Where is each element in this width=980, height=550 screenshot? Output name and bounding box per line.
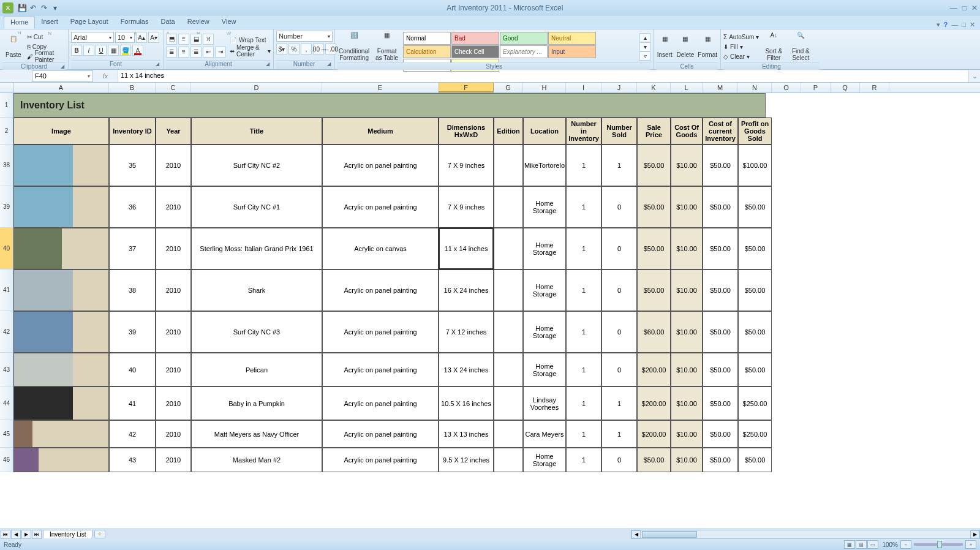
align-center-button[interactable]: ≡	[178, 47, 189, 58]
col-header-O[interactable]: O	[772, 83, 801, 92]
cell-style-neutral[interactable]: Neutral	[548, 32, 596, 45]
col-header-L[interactable]: L	[671, 83, 703, 92]
find-select-button[interactable]: 🔍Find & Select	[788, 31, 813, 62]
name-box[interactable]: F40▾	[32, 70, 93, 82]
font-color-button[interactable]: A	[132, 45, 143, 56]
merge-center-button[interactable]: ⬌ Merge & Center ▾	[230, 47, 271, 56]
ribbon-minimize-icon[interactable]: ▾	[937, 21, 940, 29]
cell-style-bad[interactable]: Bad	[451, 32, 499, 45]
col-header-M[interactable]: M	[703, 83, 738, 92]
tab-review[interactable]: ReviewR	[181, 16, 216, 29]
align-top-button[interactable]: ⬒	[166, 34, 177, 45]
grow-font-button[interactable]: A▴	[136, 32, 147, 43]
align-middle-button[interactable]: ≡	[178, 34, 189, 45]
styles-more[interactable]: ▿	[639, 51, 650, 61]
tab-page-layout[interactable]: Page LayoutP	[64, 16, 115, 29]
ribbon: 📋 Paste ✂ Cut ⎘ Copy 🖌 Format Painter Cl…	[0, 29, 980, 70]
accounting-button[interactable]: $▾	[276, 43, 287, 55]
undo-icon[interactable]: ↶	[28, 3, 38, 13]
fill-button[interactable]: ⬇ Fill ▾	[723, 42, 759, 51]
tab-home[interactable]: HomeH	[4, 16, 35, 29]
dialog-launcher-icon[interactable]: ◢	[266, 61, 270, 67]
col-header-G[interactable]: G	[494, 83, 523, 92]
save-icon[interactable]: 💾	[17, 3, 27, 13]
insert-cells-button[interactable]: ▦Insert	[656, 31, 673, 62]
restore-button[interactable]: □	[962, 4, 967, 12]
cell-style-good[interactable]: Good	[500, 32, 548, 45]
conditional-formatting-button[interactable]: 🔢Conditional Formatting	[337, 31, 371, 62]
cell-style-explanatory-[interactable]: Explanatory ...	[500, 45, 548, 58]
tab-view[interactable]: ViewW	[216, 16, 243, 29]
align-right-button[interactable]: ≣	[190, 47, 202, 58]
cut-button[interactable]: ✂ Cut	[27, 32, 66, 42]
font-size-combo[interactable]: 10▾	[115, 32, 135, 43]
bold-button[interactable]: B	[71, 45, 82, 56]
align-left-button[interactable]: ≣	[166, 47, 177, 58]
styles-scroll-down[interactable]: ▾	[639, 42, 650, 51]
tab-data[interactable]: DataA	[154, 16, 181, 29]
font-name-combo[interactable]: Arial▾	[71, 32, 114, 43]
cell-style-input[interactable]: Input	[548, 45, 596, 58]
tab-insert[interactable]: InsertN	[35, 16, 64, 29]
increase-decimal-button[interactable]: .00→	[313, 43, 324, 55]
sort-filter-button[interactable]: A↓Sort & Filter	[761, 31, 786, 62]
cell-style-check-cell[interactable]: Check Cell	[451, 45, 499, 58]
inner-restore-button[interactable]: □	[962, 21, 966, 29]
border-button[interactable]: ▦	[108, 45, 119, 56]
cell-styles-gallery[interactable]: NormalBadGoodNeutralCalculationCheck Cel…	[403, 32, 637, 61]
styles-scroll-up[interactable]: ▴	[639, 33, 650, 42]
close-button[interactable]: ✕	[971, 4, 978, 12]
decrease-indent-button[interactable]: ⇤	[203, 47, 214, 58]
col-header-P[interactable]: P	[801, 83, 831, 92]
formula-expand-icon[interactable]: ⌄	[969, 72, 980, 80]
col-header-E[interactable]: E	[322, 83, 439, 92]
col-header-Q[interactable]: Q	[831, 83, 860, 92]
wrap-text-button[interactable]: 📄 Wrap Text	[230, 36, 271, 45]
paste-button[interactable]: 📋 Paste	[2, 31, 24, 62]
dialog-launcher-icon[interactable]: ◢	[327, 61, 331, 67]
number-format-combo[interactable]: Number▾	[276, 31, 333, 42]
cell-style-calculation[interactable]: Calculation	[403, 45, 451, 58]
format-cells-button[interactable]: ▦Format	[697, 31, 718, 62]
inner-minimize-button[interactable]: —	[951, 21, 958, 29]
comma-button[interactable]: ,	[301, 43, 312, 55]
col-header-A[interactable]: A	[13, 83, 109, 92]
col-header-R[interactable]: R	[860, 83, 889, 92]
inner-close-button[interactable]: ✕	[970, 21, 975, 29]
clear-button[interactable]: ◇ Clear ▾	[723, 52, 759, 61]
tab-formulas[interactable]: FormulasM	[115, 16, 155, 29]
dialog-launcher-icon[interactable]: ◢	[156, 61, 159, 67]
col-header-J[interactable]: J	[601, 83, 637, 92]
col-header-H[interactable]: H	[523, 83, 566, 92]
col-header-F[interactable]: F	[439, 83, 494, 92]
orientation-button[interactable]: ⤮	[203, 34, 214, 45]
minimize-button[interactable]: —	[950, 4, 957, 12]
fx-icon[interactable]: fx	[103, 72, 108, 80]
col-header-K[interactable]: K	[637, 83, 671, 92]
dialog-launcher-icon[interactable]: ◢	[61, 64, 64, 69]
align-bottom-button[interactable]: ⬓	[190, 34, 202, 45]
italic-button[interactable]: I	[83, 45, 94, 56]
col-header-N[interactable]: N	[738, 83, 772, 92]
col-header-I[interactable]: I	[566, 83, 601, 92]
underline-button[interactable]: U	[96, 45, 107, 56]
fill-color-button[interactable]: 🪣	[120, 45, 131, 56]
qat-customize-icon[interactable]: ▾	[50, 3, 60, 13]
col-header-B[interactable]: B	[109, 83, 156, 92]
cell-style-normal[interactable]: Normal	[403, 32, 451, 45]
autosum-button[interactable]: Σ AutoSum ▾	[723, 32, 759, 42]
redo-icon[interactable]: ↷	[39, 3, 49, 13]
select-all-corner[interactable]	[0, 83, 13, 92]
increase-indent-button[interactable]: ⇥	[215, 47, 226, 58]
delete-cells-button[interactable]: ▦Delete	[676, 31, 695, 62]
help-icon[interactable]: ?	[944, 21, 948, 29]
format-as-table-button[interactable]: ▦Format as Table	[373, 31, 401, 62]
percent-button[interactable]: %	[288, 43, 300, 55]
formula-input[interactable]: 11 x 14 inches	[118, 70, 969, 82]
format-painter-button[interactable]: 🖌 Format Painter	[27, 52, 66, 61]
excel-icon[interactable]: X	[2, 2, 13, 13]
group-styles: 🔢Conditional Formatting ▦Format as Table…	[335, 29, 654, 69]
shrink-font-button[interactable]: A▾	[148, 32, 159, 43]
col-header-C[interactable]: C	[156, 83, 191, 92]
col-header-D[interactable]: D	[191, 83, 322, 92]
